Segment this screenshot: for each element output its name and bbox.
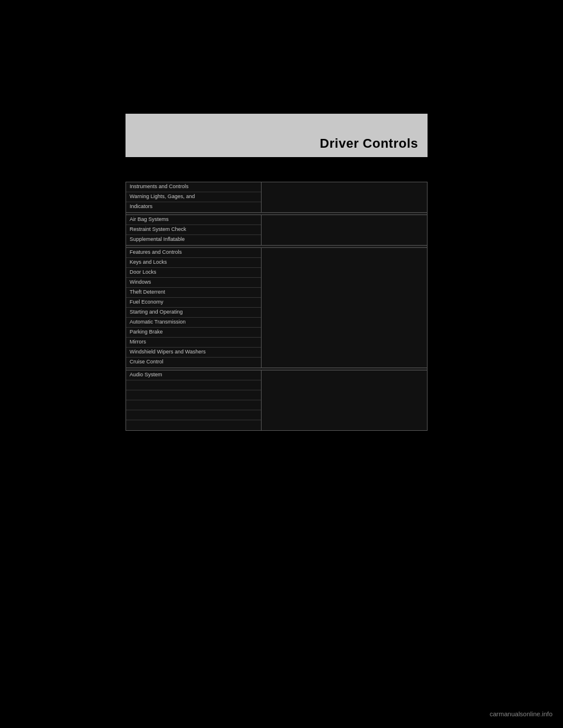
page-title: Driver Controls [320, 136, 418, 151]
page: Driver Controls Instruments and Controls… [0, 0, 563, 728]
watermark: carmanualsonline.info [490, 710, 552, 717]
header-banner: Driver Controls [126, 114, 428, 157]
toc-table: Instruments and ControlsWarning Lights, … [126, 182, 428, 431]
